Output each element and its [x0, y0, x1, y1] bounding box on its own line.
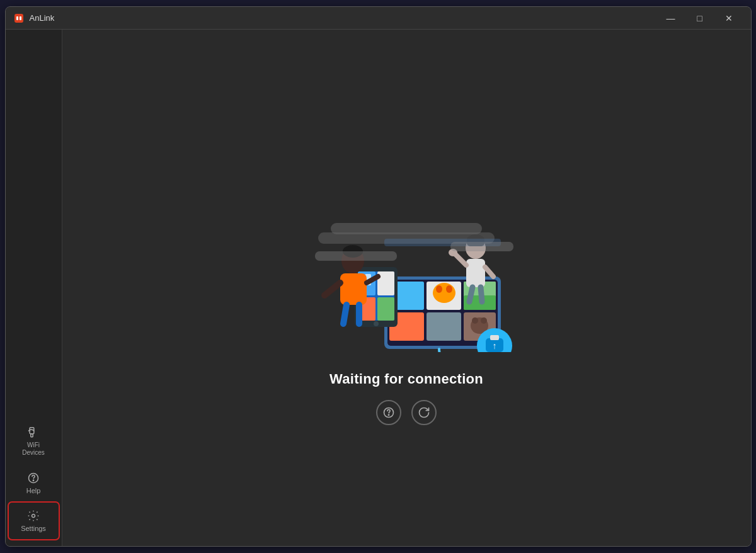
svg-line-42 [324, 283, 340, 295]
sidebar: WiFi Devices Help Settings [6, 30, 62, 546]
question-icon [382, 406, 395, 419]
help-label: Help [26, 487, 41, 494]
status-section: Waiting for connection [329, 371, 483, 425]
svg-rect-0 [14, 14, 23, 23]
svg-point-25 [472, 317, 478, 324]
svg-point-18 [446, 285, 452, 293]
svg-rect-4 [31, 434, 33, 437]
svg-rect-2 [20, 16, 21, 20]
svg-rect-22 [427, 312, 461, 341]
wifi-devices-icon [27, 426, 40, 439]
wifi-label: WiFi Devices [22, 442, 45, 457]
svg-point-59 [388, 414, 389, 415]
settings-label: Settings [21, 525, 46, 532]
sidebar-spacer [6, 36, 62, 419]
refresh-icon [418, 406, 430, 419]
svg-text:↑: ↑ [493, 341, 497, 351]
svg-line-54 [481, 287, 482, 302]
waiting-text: Waiting for connection [329, 371, 483, 387]
svg-point-6 [33, 480, 33, 481]
svg-rect-49 [466, 259, 485, 287]
svg-point-26 [481, 317, 487, 324]
svg-point-17 [436, 285, 442, 293]
svg-point-16 [433, 283, 455, 303]
svg-point-7 [32, 515, 35, 518]
svg-point-37 [374, 321, 379, 326]
svg-rect-57 [450, 242, 513, 251]
settings-icon [27, 510, 40, 522]
sidebar-item-wifi-devices[interactable]: WiFi Devices [9, 420, 58, 463]
sidebar-item-settings[interactable]: Settings [9, 503, 58, 539]
svg-line-44 [343, 305, 346, 324]
svg-line-50 [455, 254, 466, 265]
window-controls: — □ ✕ [656, 8, 743, 28]
app-title: AnLink [30, 13, 656, 23]
help-icon [27, 472, 40, 484]
svg-line-53 [469, 287, 472, 302]
svg-rect-56 [315, 251, 397, 261]
help-button[interactable] [376, 400, 401, 425]
main-content: ↑ [62, 30, 751, 546]
refresh-button[interactable] [411, 400, 437, 425]
minimize-button[interactable]: — [656, 8, 685, 28]
svg-rect-29 [490, 335, 499, 340]
illustration: ↑ [280, 151, 532, 352]
svg-rect-9 [331, 223, 482, 234]
connection-illustration: ↑ [280, 151, 532, 352]
app-icon [13, 13, 25, 24]
svg-line-52 [485, 267, 493, 276]
action-buttons [376, 400, 437, 425]
sidebar-item-help[interactable]: Help [9, 465, 58, 501]
app-window: AnLink — □ ✕ WiFi Devices [5, 6, 752, 547]
titlebar: AnLink — □ ✕ [6, 7, 751, 30]
close-button[interactable]: ✕ [714, 8, 743, 28]
svg-rect-36 [377, 297, 394, 321]
svg-rect-1 [16, 16, 18, 20]
svg-rect-41 [340, 273, 367, 305]
app-body: WiFi Devices Help Settings [6, 30, 751, 546]
maximize-button[interactable]: □ [685, 8, 714, 28]
